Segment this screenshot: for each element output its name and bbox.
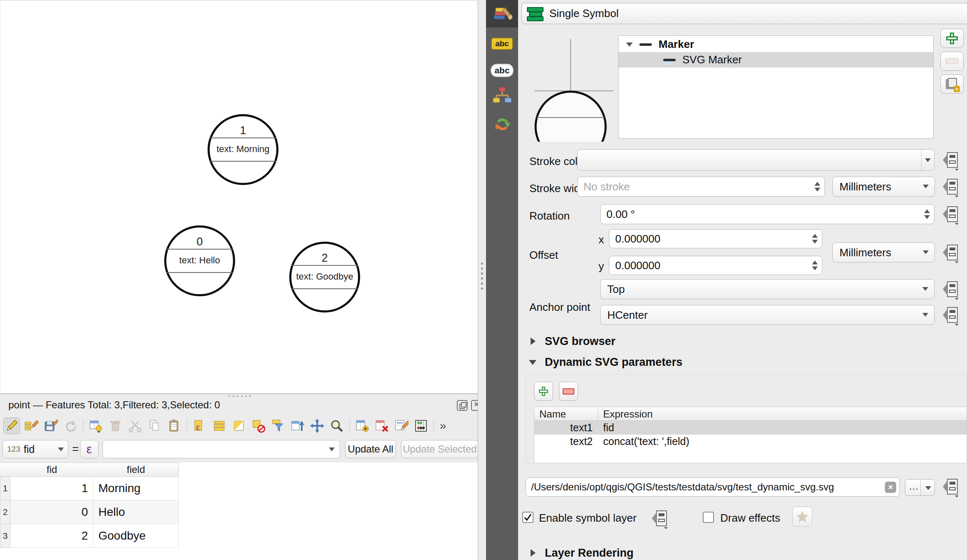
effects-options-button[interactable] <box>792 507 812 527</box>
zoom-to-selection-button[interactable] <box>328 418 345 434</box>
column-header-fid[interactable]: fid <box>10 462 94 477</box>
data-defined-override-button[interactable] <box>942 178 960 198</box>
table-cell[interactable]: 2 <box>10 524 93 548</box>
field-selector-combo[interactable]: 123 fid <box>3 440 68 458</box>
stroke-width-input[interactable] <box>584 177 781 196</box>
expression-input[interactable] <box>103 440 340 458</box>
data-defined-override-button[interactable] <box>942 205 960 225</box>
rotation-input[interactable] <box>606 205 873 224</box>
expander-icon[interactable] <box>626 42 633 47</box>
layer-rendering-section-label[interactable]: Layer Rendering <box>545 547 634 560</box>
row-number[interactable]: 3 <box>0 524 10 548</box>
toolbar-overflow-button[interactable]: » <box>438 419 448 432</box>
add-parameter-button[interactable] <box>534 382 553 401</box>
row-number[interactable]: 1 <box>0 477 10 500</box>
invert-selection-button[interactable] <box>230 418 247 434</box>
svg-path-browse-button[interactable]: … <box>905 479 935 496</box>
tree-item-marker[interactable]: Marker <box>619 37 933 52</box>
copy-button[interactable] <box>146 418 163 434</box>
tab-3d-symbols[interactable] <box>486 82 518 110</box>
offset-y-spinbox[interactable] <box>609 256 822 275</box>
offset-x-spinbox[interactable] <box>609 229 822 248</box>
spinner-arrows-icon[interactable] <box>924 210 930 219</box>
data-defined-override-button[interactable] <box>942 478 960 498</box>
svg-browser-section-label[interactable]: SVG browser <box>545 335 616 348</box>
corner-header[interactable] <box>0 462 11 477</box>
offset-unit-combo[interactable]: Millimeters <box>832 242 935 262</box>
save-edits-button[interactable] <box>43 418 59 434</box>
table-cell[interactable]: Hello <box>93 500 179 524</box>
table-cell[interactable]: Morning <box>93 477 179 500</box>
tab-history[interactable] <box>486 110 518 138</box>
add-symbol-layer-button[interactable] <box>940 29 964 48</box>
anchor-horizontal-combo[interactable]: HCenter <box>600 305 934 325</box>
duplicate-symbol-layer-button[interactable]: + <box>940 75 964 94</box>
tab-symbology[interactable] <box>486 0 518 28</box>
table-cell[interactable]: Goodbye <box>93 524 179 548</box>
edit-attributes-button[interactable] <box>393 418 410 434</box>
funnel-icon <box>271 419 285 433</box>
deselect-all-button[interactable] <box>250 418 267 434</box>
param-row[interactable]: text2 concat('text: ',field) <box>534 435 967 448</box>
data-defined-override-button[interactable] <box>942 151 960 171</box>
tab-labels[interactable]: abc <box>486 30 518 58</box>
cut-button[interactable] <box>127 418 143 434</box>
param-row[interactable]: text1 fid <box>534 421 967 435</box>
column-header-field[interactable]: field <box>93 462 179 477</box>
select-by-expression-button[interactable]: ε <box>191 418 208 434</box>
stroke-width-spinbox[interactable] <box>577 177 825 197</box>
field-calculator-button[interactable] <box>413 418 429 434</box>
spinner-arrows-icon[interactable] <box>812 261 818 270</box>
remove-parameter-button[interactable] <box>559 382 578 401</box>
pan-to-selection-button[interactable] <box>309 418 326 434</box>
splitter-handle[interactable] <box>228 395 251 397</box>
color-dropdown-arrow[interactable] <box>921 150 934 170</box>
param-name-header[interactable]: Name <box>539 408 566 420</box>
tab-masks[interactable]: abc <box>486 57 518 84</box>
row-number[interactable]: 2 <box>0 500 10 524</box>
float-panel-button[interactable] <box>457 400 468 411</box>
svg-path-input[interactable] <box>531 478 877 496</box>
draw-effects-checkbox[interactable] <box>703 512 714 523</box>
data-defined-override-button[interactable] <box>942 243 960 263</box>
table-cell[interactable]: 0 <box>10 500 93 524</box>
paste-button[interactable] <box>166 418 183 434</box>
reload-button[interactable] <box>62 418 79 434</box>
select-all-button[interactable] <box>211 418 228 434</box>
expression-builder-button[interactable]: ε <box>80 440 98 458</box>
data-defined-override-button[interactable] <box>651 509 669 529</box>
spinner-arrows-icon[interactable] <box>812 234 818 244</box>
stroke-width-unit-combo[interactable]: Millimeters <box>832 177 935 197</box>
toggle-editing-button[interactable] <box>3 418 20 434</box>
param-expression-header[interactable]: Expression <box>603 408 653 420</box>
map-canvas[interactable]: 1 text: Morning 0 text: Hello 2 text: Go… <box>0 0 478 394</box>
svg-browser-expander[interactable] <box>531 338 536 347</box>
new-field-button[interactable] <box>354 418 371 434</box>
add-feature-button[interactable] <box>88 418 104 434</box>
delete-field-button[interactable] <box>373 418 390 434</box>
layer-rendering-expander[interactable] <box>531 549 536 558</box>
tree-item-svg-marker[interactable]: SVG Marker <box>619 52 933 68</box>
delete-selected-button[interactable] <box>107 418 124 434</box>
data-defined-override-button[interactable] <box>942 280 960 300</box>
dynamic-svg-section-label[interactable]: Dynamic SVG parameters <box>545 356 682 369</box>
spinner-arrows-icon[interactable] <box>814 182 820 192</box>
renderer-combo[interactable]: Single Symbol <box>521 3 967 24</box>
anchor-vertical-combo[interactable]: Top <box>600 279 934 299</box>
filter-form-button[interactable] <box>270 418 286 434</box>
table-cell[interactable]: 1 <box>10 477 93 500</box>
stroke-color-button[interactable] <box>577 149 934 171</box>
clear-icon[interactable]: × <box>885 482 896 493</box>
svg-path-field[interactable]: × <box>526 478 900 497</box>
move-selection-to-top-button[interactable] <box>289 418 306 434</box>
dynamic-svg-expander[interactable] <box>529 359 536 367</box>
update-all-button[interactable]: Update All <box>345 440 396 458</box>
data-defined-override-button[interactable] <box>942 306 960 326</box>
multiedit-button[interactable] <box>23 418 40 434</box>
vertical-splitter[interactable] <box>478 0 486 560</box>
splitter-handle[interactable] <box>481 262 483 290</box>
offset-x-input[interactable] <box>615 230 785 248</box>
rotation-spinbox[interactable] <box>600 204 934 224</box>
enable-symbol-layer-checkbox[interactable] <box>522 512 534 523</box>
offset-y-input[interactable] <box>615 256 785 275</box>
